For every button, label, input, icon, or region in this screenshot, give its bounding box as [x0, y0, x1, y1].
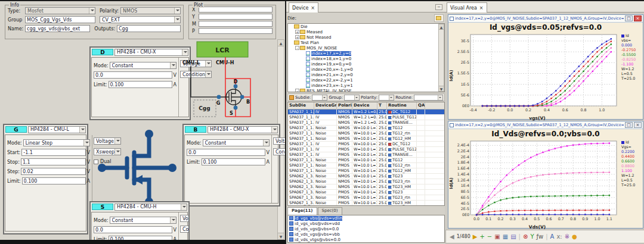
column-header[interactable]: SubDie: [288, 102, 314, 109]
type-select[interactable]: Mosfet: [25, 7, 95, 14]
table-row[interactable]: SPA062_1_3...NoiseNMOSW=10.0 L=10.025.0T…: [288, 174, 444, 179]
tree-item[interactable]: index=23,x=-1,y=1: [288, 83, 438, 88]
restore-button[interactable]: □: [625, 122, 633, 128]
table-row[interactable]: SPA037_1_1...IVNMOSW=1.2 L=0.525.0TRANSI…: [288, 120, 444, 126]
bulk-mode-select[interactable]: Constant: [203, 139, 270, 146]
table-row[interactable]: SPA037_1_1...NoiseNMOSW=10.0 L=10.025.0T…: [288, 136, 444, 142]
grid-view-icon[interactable]: ▦: [503, 234, 508, 240]
table-row[interactable]: SPA037_1_1...NoisePMOSW=10.0 L=10.025.0T…: [288, 158, 444, 163]
bulk-value-input[interactable]: [187, 149, 265, 156]
source-mode-select[interactable]: Constant: [110, 217, 177, 224]
column-header[interactable]: QA: [417, 102, 425, 109]
page-item[interactable]: id_vgs_vbs@vds=vdlin: [288, 215, 444, 221]
formula-icon[interactable]: ƒw: [536, 234, 543, 240]
drain-limit-input[interactable]: [109, 81, 172, 88]
tab-visual-area[interactable]: Visual Area×: [447, 2, 487, 12]
group-filter-select[interactable]: [344, 95, 360, 101]
scroll-down-icon[interactable]: ▼: [278, 233, 284, 239]
table-row[interactable]: SPA037_1_1...NoisePMOSW=10.0 L=10.025.0T…: [288, 168, 444, 174]
marker-icon[interactable]: ※: [565, 234, 569, 240]
tab-spec[interactable]: Spec(0): [318, 207, 342, 215]
tree-item[interactable]: index=22,x=-2,y=1: [288, 77, 438, 83]
drain-mode-select[interactable]: Constant: [110, 62, 177, 69]
tree-item[interactable]: -RES_METAL_IV_NOISE: [288, 88, 438, 92]
annotate-icon[interactable]: A: [550, 234, 555, 240]
scroll-up-icon[interactable]: ▲: [439, 24, 444, 30]
remove-icon[interactable]: −: [487, 234, 492, 240]
close-icon[interactable]: ×: [479, 5, 484, 11]
y-filter-icon[interactable]: Y: [530, 234, 534, 240]
table-row[interactable]: SPA037_1_1...IVNMOSW=1.2 L=0.525.0DC_TG1…: [288, 110, 444, 115]
toggle-icon[interactable]: -: [295, 46, 299, 50]
drain-instrument-select[interactable]: HP4284 - CMU-X: [114, 49, 188, 56]
tree-scrollbar[interactable]: ▲ ▼: [438, 24, 444, 92]
tree-item[interactable]: index=18,x=1,y=0: [288, 56, 438, 61]
name-input[interactable]: [25, 25, 90, 32]
toggle-icon[interactable]: +: [295, 35, 299, 39]
column-header[interactable]: DeviceGroup: [314, 102, 337, 109]
gate-start-input[interactable]: [21, 149, 85, 156]
table-row[interactable]: SPA062_1_3...NoiseNMOSW=10.0 L=10.025.0T…: [288, 179, 444, 184]
tree-item[interactable]: index=19,x=0,y=0: [288, 61, 438, 67]
plot-m-input[interactable]: [199, 21, 273, 27]
gate-stop-input[interactable]: [21, 158, 86, 165]
next-record-button[interactable]: ▶: [473, 234, 478, 240]
tree-item[interactable]: +Not Meased: [288, 35, 438, 40]
scroll-down-icon[interactable]: ▼: [439, 86, 444, 91]
table-row[interactable]: SPA037_1_1...NoisePMOSW=10.0 L=10.025.0T…: [288, 163, 444, 168]
close-button[interactable]: ×: [634, 15, 642, 21]
table-row[interactable]: SPA067_1_3...NoisePMOSW=10.0 L=10.025.0T…: [288, 190, 444, 195]
bulk-instrument-select[interactable]: HP4284 - CMU-X: [208, 126, 278, 133]
gate-limit-input[interactable]: [22, 177, 86, 184]
page-item[interactable]: id_vds_vgs@vbs=0.0: [288, 226, 444, 232]
cv-ext-select[interactable]: CV_EXT: [100, 16, 181, 23]
table-row[interactable]: SPA037_1_1...IVPMOSW=10.0 L=10.025.0DC_T…: [288, 142, 444, 147]
toggle-icon[interactable]: -: [295, 89, 299, 92]
column-header[interactable]: Polarity: [337, 102, 352, 109]
routine-filter-select[interactable]: [414, 95, 443, 101]
column-header[interactable]: T: [377, 102, 387, 109]
source-voltage-select[interactable]: Voltage: [180, 215, 190, 222]
gate-instrument-select[interactable]: HP4284 - CMU-L: [28, 126, 86, 133]
source-condition-select[interactable]: Condition: [180, 226, 190, 233]
group-input[interactable]: [25, 16, 95, 23]
plot-y-input[interactable]: [199, 14, 273, 20]
open-die-button[interactable]: [434, 14, 444, 22]
table-row[interactable]: SPA037_1_1...IVPMOSW=10.0 L=10.025.0PULS…: [288, 147, 444, 152]
tree-item[interactable]: index=20,x=-1,y=0: [288, 67, 438, 72]
column-header[interactable]: Routine: [387, 102, 417, 109]
table-row[interactable]: SPA037_1_1...IVPMOSW=10.0 L=10.025.0TRAN…: [288, 152, 444, 158]
table-row[interactable]: SPA062_1_3...NoiseNMOSW=10.0 L=10.025.0T…: [288, 184, 444, 190]
tree-item[interactable]: index=17,x=2,y=0: [288, 51, 438, 56]
window-titlebar[interactable]: index=17,x=2,y=0@MOS_IV_NOISE,Subdie=SPA…: [448, 121, 643, 129]
table-row[interactable]: SPA037_1_1...IVNMOSW=1.2 L=0.525.0PULSE_…: [288, 115, 444, 120]
scroll-up-icon[interactable]: ▲: [278, 40, 284, 46]
toggle-icon[interactable]: +: [295, 30, 299, 34]
tab-page[interactable]: Page(11): [287, 207, 317, 215]
tree-item[interactable]: -MOS_IV_NOISE: [288, 45, 438, 51]
bulk-limit-input[interactable]: [202, 158, 265, 165]
tree-item[interactable]: Die: [288, 24, 438, 29]
copy-page-icon[interactable]: ▣: [494, 234, 500, 240]
drain-value-input[interactable]: [94, 71, 172, 79]
polarity-select[interactable]: NMOS: [120, 7, 181, 14]
table-row[interactable]: SPA067_1_3...NoisePMOSW=10.0 L=10.025.0T…: [288, 201, 444, 206]
tree-item[interactable]: Test Plan: [288, 40, 438, 45]
source-value-input[interactable]: [94, 226, 172, 233]
table-row[interactable]: SPA067_1_3...NoisePMOSW=10.0 L=10.025.0T…: [288, 195, 444, 201]
subdie-filter-select[interactable]: [312, 95, 327, 101]
delete-icon[interactable]: ⊗: [523, 234, 528, 240]
tab-device[interactable]: Device×: [289, 2, 318, 12]
page-item[interactable]: id_vgs_vbs@vds=vdd: [288, 221, 444, 226]
table-row[interactable]: SPA037_1_1...NoiseNMOSW=10.0 L=10.025.0T…: [288, 126, 444, 131]
prev-record-button[interactable]: ◀: [450, 234, 454, 240]
gate-mode-select[interactable]: Linear Step: [23, 139, 91, 146]
panel-view-icon[interactable]: ▤: [510, 234, 516, 240]
window-titlebar[interactable]: index=17,x=2,y=0@MOS_IV_NOISE,Subdie=SPA…: [448, 15, 643, 23]
close-button[interactable]: ×: [634, 122, 642, 128]
close-icon[interactable]: ×: [311, 5, 315, 11]
tree-item[interactable]: +Meased: [288, 29, 438, 35]
add-icon[interactable]: +: [479, 234, 484, 240]
tree-item[interactable]: index=21,x=-2,y=0: [288, 72, 438, 77]
axis-settings-icon[interactable]: x:: [556, 234, 562, 240]
